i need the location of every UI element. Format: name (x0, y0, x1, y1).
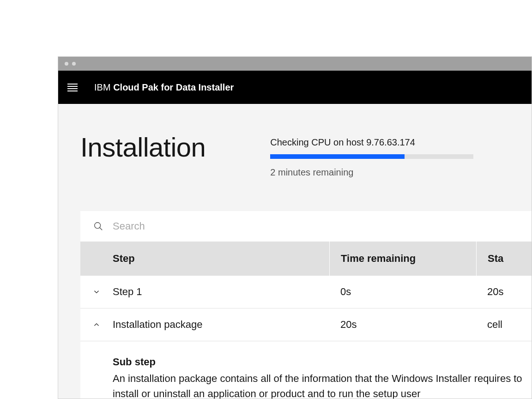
row-status: 20s (476, 276, 532, 308)
row-time-remaining: 0s (329, 276, 476, 308)
app-window: IBM Cloud Pak for Data Installer Install… (58, 56, 532, 399)
substep-content: Sub step An installation package contain… (80, 341, 532, 399)
progress-bar-fill (270, 154, 404, 159)
substep-description: An installation package contains all of … (113, 371, 528, 399)
row-step-name: Installation package (113, 308, 329, 341)
row-status: cell (476, 308, 532, 341)
steps-table: Step Time remaining Sta Step 1 0s 20s (80, 211, 532, 399)
expand-toggle[interactable] (80, 308, 113, 341)
window-control-dot[interactable] (65, 62, 68, 66)
window-titlebar (58, 57, 532, 71)
window-control-dot[interactable] (72, 62, 76, 66)
table-row: Installation package 20s cell (80, 308, 532, 341)
svg-line-1 (100, 228, 103, 230)
chevron-up-icon (92, 320, 101, 329)
expanded-panel: Sub step An installation package contain… (80, 341, 532, 399)
search-row (80, 211, 532, 242)
header-step: Step (113, 242, 329, 276)
app-title: IBM Cloud Pak for Data Installer (94, 82, 234, 93)
expand-toggle[interactable] (80, 276, 113, 308)
table-header: Step Time remaining Sta (80, 242, 532, 276)
chevron-down-icon (92, 288, 101, 296)
menu-icon[interactable] (67, 84, 78, 91)
header-status: Sta (476, 242, 532, 276)
search-icon (93, 221, 103, 231)
header-time: Time remaining (329, 242, 476, 276)
page-header-row: Installation Checking CPU on host 9.76.6… (80, 132, 532, 178)
brand-name: Cloud Pak for Data Installer (113, 82, 234, 92)
progress-label: Checking CPU on host 9.76.63.174 (270, 137, 473, 148)
row-step-name: Step 1 (113, 276, 329, 308)
content-area: Installation Checking CPU on host 9.76.6… (58, 104, 532, 399)
substep-title: Sub step (113, 356, 532, 368)
progress-bar (270, 154, 473, 159)
page-title: Installation (80, 132, 206, 163)
app-header: IBM Cloud Pak for Data Installer (58, 71, 532, 104)
svg-point-0 (95, 223, 101, 229)
table-row: Step 1 0s 20s (80, 276, 532, 308)
progress-remaining: 2 minutes remaining (270, 167, 473, 178)
progress-section: Checking CPU on host 9.76.63.174 2 minut… (270, 132, 473, 178)
row-time-remaining: 20s (329, 308, 476, 341)
brand-prefix: IBM (94, 82, 111, 92)
search-input[interactable] (113, 220, 519, 232)
